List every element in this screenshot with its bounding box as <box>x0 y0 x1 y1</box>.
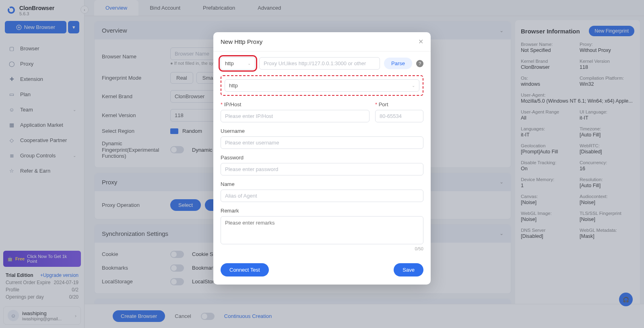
password-input[interactable] <box>221 163 423 175</box>
protocol-select[interactable]: http⌄ <box>225 79 419 92</box>
close-icon: ✕ <box>418 38 423 45</box>
modal-close-button[interactable]: ✕ <box>418 38 423 45</box>
ip-host-input[interactable] <box>221 110 369 122</box>
modal-title: New Http Proxy <box>221 38 262 45</box>
proxy-url-input[interactable] <box>259 57 380 70</box>
protocol-top-value: http <box>225 60 234 66</box>
help-icon[interactable]: ? <box>416 60 423 67</box>
username-input[interactable] <box>221 136 423 149</box>
save-button[interactable]: Save <box>394 263 423 276</box>
password-label: Password <box>221 155 423 161</box>
remark-char-count: 0/50 <box>221 246 423 251</box>
protocol-top-select[interactable]: http⌄ <box>221 57 255 70</box>
parse-button[interactable]: Parse <box>384 58 412 69</box>
connect-test-button[interactable]: Connect Test <box>221 263 269 276</box>
proxy-name-label: Name <box>221 181 423 187</box>
new-proxy-modal: New Http Proxy ✕ http⌄ Parse ? http⌄ IP/… <box>213 32 431 285</box>
ip-host-label: IP/Host <box>221 101 369 107</box>
username-label: Username <box>221 128 423 134</box>
chevron-down-icon: ⌄ <box>248 61 251 66</box>
port-input[interactable] <box>375 110 423 122</box>
protocol-select-value: http <box>229 83 238 89</box>
remark-label: Remark <box>221 208 423 214</box>
proxy-name-input[interactable] <box>221 190 423 202</box>
chevron-down-icon: ⌄ <box>412 83 415 88</box>
port-label: Port <box>375 101 423 107</box>
remark-textarea[interactable] <box>221 216 423 244</box>
